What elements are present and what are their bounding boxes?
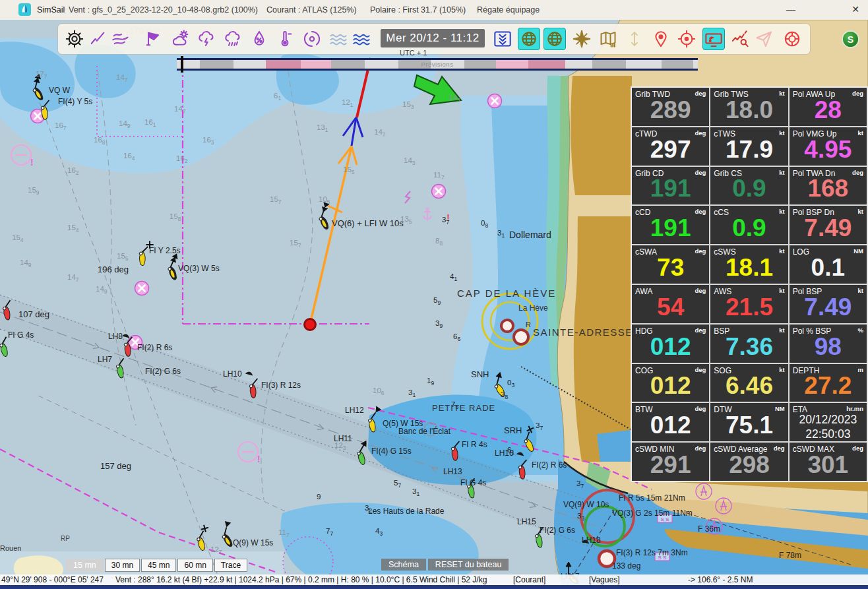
- instrument-pol-twa-dn[interactable]: Pol TWA Dndeg168: [790, 167, 867, 205]
- instrument-grib-tws[interactable]: Grib TWSkt18.0: [710, 88, 788, 126]
- thermometer-icon[interactable]: [274, 28, 296, 50]
- globe-current-icon[interactable]: [543, 28, 566, 50]
- instrument-log[interactable]: LOGNM0.1: [790, 245, 867, 284]
- time-button-15-mn[interactable]: 15 mn: [66, 559, 104, 572]
- time-button-30-mn[interactable]: 30 mn: [105, 559, 140, 572]
- screen-cast-icon[interactable]: [702, 28, 725, 50]
- target-icon[interactable]: [675, 28, 698, 50]
- waves-icon[interactable]: [350, 28, 373, 50]
- cyclone-icon[interactable]: [301, 28, 323, 50]
- cloud-sun-icon[interactable]: [169, 28, 191, 50]
- schema-button[interactable]: Schéma: [381, 559, 426, 571]
- instrument-grib-cd[interactable]: Grib CDdeg191: [632, 167, 709, 205]
- waves-light-icon[interactable]: [327, 28, 350, 50]
- instrument-value: 73: [632, 252, 709, 284]
- instrument-value: 0.9: [710, 173, 788, 205]
- instrument-btw[interactable]: BTWdeg012: [632, 403, 709, 441]
- analytics-icon[interactable]: [729, 28, 751, 50]
- instrument-cog[interactable]: COGdeg012: [632, 364, 709, 402]
- close-button[interactable]: ✕: [848, 4, 863, 15]
- time-button-60-mn[interactable]: 60 mn: [177, 559, 212, 572]
- wind-icon[interactable]: [109, 28, 132, 50]
- minimize-button[interactable]: —: [784, 4, 798, 15]
- svg-text:S S: S S: [661, 516, 669, 522]
- instrument-pol-bsp-dn[interactable]: Pol BSP Dnkt7.49: [790, 206, 867, 244]
- instrument-grib-cs[interactable]: Grib CSkt0.9: [710, 167, 788, 205]
- instrument-value: 7.49: [790, 212, 867, 244]
- instrument-ctws[interactable]: cTWSkt17.9: [710, 127, 788, 166]
- wind-barb-icon[interactable]: [86, 28, 109, 50]
- instrument-pol-bsp[interactable]: Pol BSPkt7.49: [790, 285, 867, 323]
- instrument-value: 21.5: [710, 292, 788, 323]
- instrument-sog[interactable]: SOGkt6.46: [710, 364, 788, 402]
- map-icon[interactable]: [597, 28, 619, 50]
- instrument-value: 17.9: [710, 134, 788, 166]
- date-display[interactable]: Mer 20/12 - 11:12: [381, 29, 485, 47]
- location-pin-icon[interactable]: [650, 28, 672, 50]
- instrument-value: 0.9: [710, 212, 788, 244]
- instrument-value: 168: [790, 173, 867, 205]
- lifebuoy-icon[interactable]: [781, 28, 803, 50]
- instrument-ccd[interactable]: cCDdeg191: [632, 206, 709, 244]
- instrument-cswa[interactable]: cSWAdeg73: [632, 245, 709, 284]
- instrument-depth[interactable]: DEPTHm27.2: [790, 364, 867, 402]
- instrument-value: 291: [632, 449, 709, 481]
- instrument-value: 75.1: [710, 410, 788, 441]
- titlebar: SimSail — ✕ Vent : gfs_0_25_2023-12-20_1…: [0, 0, 868, 20]
- instrument-value: 012: [632, 410, 709, 441]
- instrument-bsp[interactable]: BSPkt7.36: [710, 325, 788, 363]
- instrument-awa[interactable]: AWAdeg54: [632, 285, 709, 323]
- timeline-marker[interactable]: [181, 56, 183, 73]
- instrument-ccs[interactable]: cCSkt0.9: [710, 206, 788, 244]
- instrument-cswd-max[interactable]: cSWD MAXdeg301: [790, 443, 867, 481]
- instrument-dtw[interactable]: DTWNM75.1: [710, 403, 788, 441]
- instrument-csws[interactable]: cSWSkt18.1: [710, 245, 788, 284]
- menu-item-1[interactable]: Courant : ATLAS (125%): [266, 5, 357, 15]
- app-title: SimSail: [37, 5, 65, 15]
- instrument-value: 27.2: [790, 371, 867, 402]
- settings-icon[interactable]: [63, 28, 86, 50]
- instrument-pol-vmg-up[interactable]: Pol VMG Upkt4.95: [790, 127, 867, 166]
- chevrons-down-icon[interactable]: [491, 28, 514, 50]
- toolbar: Mer 20/12 - 11:12 UTC + 1: [58, 24, 810, 54]
- svg-text:!: !: [257, 454, 261, 464]
- instrument-unit: hr.mn: [846, 405, 863, 412]
- instrument-value: 18.0: [710, 94, 788, 126]
- instrument-cswd-min[interactable]: cSWD MINdeg291: [632, 443, 709, 481]
- instrument-panel: Grib TWDdeg289Grib TWSkt18.0Pol AWA Upde…: [631, 86, 868, 482]
- compass-rose-icon[interactable]: [571, 28, 593, 50]
- cloud-rain-icon[interactable]: [222, 28, 244, 50]
- instrument-aws[interactable]: AWSkt21.5: [710, 285, 788, 323]
- humidity-icon[interactable]: [248, 28, 270, 50]
- time-button-45-mn[interactable]: 45 mn: [141, 559, 176, 572]
- menu-item-3[interactable]: Régate équipage: [477, 5, 540, 15]
- waves-readout: [Vagues]: [589, 575, 619, 584]
- send-arrow-icon[interactable]: [753, 28, 775, 50]
- updown-arrow-icon[interactable]: [623, 28, 646, 50]
- instrument-value: 301: [790, 449, 867, 481]
- instrument-hdg[interactable]: HDGdeg012: [632, 325, 709, 363]
- instrument-eta[interactable]: ETAhr.mn20/12/2023 22:50:03: [790, 403, 867, 441]
- globe-grib-icon[interactable]: [518, 28, 540, 50]
- instrument-ctwd[interactable]: cTWDdeg297: [632, 127, 709, 166]
- current-readout: [Courant]: [513, 575, 545, 584]
- instrument-pol-awa-up[interactable]: Pol AWA Updeg28: [790, 88, 867, 126]
- instrument-value: 98: [790, 331, 867, 363]
- instrument-value: 7.36: [710, 331, 788, 363]
- window-bottom-edge: [0, 585, 868, 589]
- instrument-cswd-average[interactable]: cSWD Averagedeg298: [710, 443, 788, 481]
- instrument-value: 012: [632, 371, 709, 402]
- menu-item-2[interactable]: Polaire : First 31.7 (105%): [370, 5, 466, 15]
- menu-item-0[interactable]: Vent : gfs_0_25_2023-12-20_10-48-08.grb2…: [69, 5, 258, 15]
- windsock-icon[interactable]: [142, 28, 164, 50]
- instrument-value: 18.1: [710, 252, 788, 284]
- reset-boat-button[interactable]: RESET du bateau: [428, 559, 509, 571]
- forecast-timeline[interactable]: Prévisions: [177, 58, 698, 71]
- cloud-lightning-icon[interactable]: [195, 28, 218, 50]
- instrument-value: 0.1: [790, 252, 867, 284]
- instrument-value: 4.95: [790, 134, 867, 166]
- status-badge: S: [842, 30, 859, 48]
- instrument-pol-bsp[interactable]: Pol % BSP%98: [790, 325, 867, 363]
- time-button-trace[interactable]: Trace: [214, 559, 247, 572]
- instrument-grib-twd[interactable]: Grib TWDdeg289: [632, 88, 709, 126]
